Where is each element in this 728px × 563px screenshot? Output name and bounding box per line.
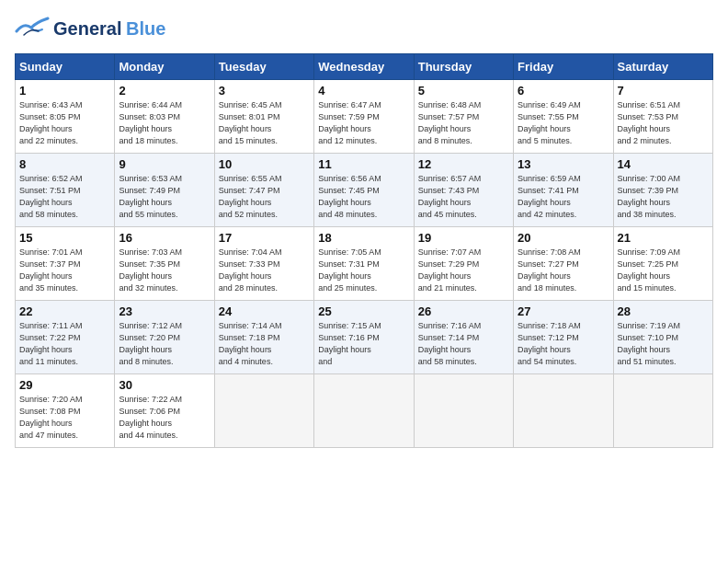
page-header: General Blue bbox=[15, 15, 713, 42]
cell-info: Sunrise: 7:18 AMSunset: 7:12 PMDaylight … bbox=[518, 320, 609, 368]
calendar-cell bbox=[414, 374, 513, 448]
cell-info: Sunrise: 7:04 AMSunset: 7:33 PMDaylight … bbox=[219, 247, 310, 294]
calendar-cell: 3Sunrise: 6:45 AMSunset: 8:01 PMDaylight… bbox=[214, 80, 313, 154]
cell-info: Sunrise: 6:59 AMSunset: 7:41 PMDaylight … bbox=[518, 173, 609, 221]
day-number: 24 bbox=[219, 304, 310, 318]
logo-blue: Blue bbox=[126, 18, 165, 39]
cell-info: Sunrise: 6:56 AMSunset: 7:45 PMDaylight … bbox=[318, 173, 409, 221]
calendar-cell: 26Sunrise: 7:16 AMSunset: 7:14 PMDayligh… bbox=[414, 301, 513, 374]
day-number: 5 bbox=[418, 84, 509, 98]
cell-info: Sunrise: 7:22 AMSunset: 7:06 PMDaylight … bbox=[119, 394, 210, 442]
calendar-week-row: 8Sunrise: 6:52 AMSunset: 7:51 PMDaylight… bbox=[16, 154, 713, 227]
day-number: 23 bbox=[119, 304, 210, 318]
cell-info: Sunrise: 7:08 AMSunset: 7:27 PMDaylight … bbox=[518, 247, 609, 294]
day-number: 13 bbox=[518, 157, 609, 171]
cell-info: Sunrise: 6:44 AMSunset: 8:03 PMDaylight … bbox=[119, 99, 210, 147]
calendar-cell: 1Sunrise: 6:43 AMSunset: 8:05 PMDaylight… bbox=[16, 80, 115, 154]
day-number: 17 bbox=[219, 231, 310, 245]
weekday-header-row: SundayMondayTuesdayWednesdayThursdayFrid… bbox=[16, 54, 713, 80]
day-number: 3 bbox=[219, 84, 310, 98]
day-number: 27 bbox=[518, 304, 609, 318]
cell-info: Sunrise: 7:11 AMSunset: 7:22 PMDaylight … bbox=[19, 320, 110, 368]
calendar-cell: 25Sunrise: 7:15 AMSunset: 7:16 PMDayligh… bbox=[314, 301, 414, 374]
day-number: 14 bbox=[618, 157, 709, 171]
day-number: 1 bbox=[19, 84, 110, 98]
calendar-cell: 22Sunrise: 7:11 AMSunset: 7:22 PMDayligh… bbox=[16, 301, 115, 374]
cell-info: Sunrise: 6:57 AMSunset: 7:43 PMDaylight … bbox=[418, 173, 509, 221]
calendar-cell: 14Sunrise: 7:00 AMSunset: 7:39 PMDayligh… bbox=[613, 154, 712, 227]
weekday-header-wednesday: Wednesday bbox=[314, 54, 414, 80]
day-number: 2 bbox=[119, 84, 210, 98]
cell-info: Sunrise: 7:09 AMSunset: 7:25 PMDaylight … bbox=[618, 247, 709, 294]
cell-info: Sunrise: 7:05 AMSunset: 7:31 PMDaylight … bbox=[318, 247, 409, 294]
cell-info: Sunrise: 7:01 AMSunset: 7:37 PMDaylight … bbox=[19, 247, 110, 294]
calendar-cell: 18Sunrise: 7:05 AMSunset: 7:31 PMDayligh… bbox=[314, 227, 414, 301]
calendar-cell: 15Sunrise: 7:01 AMSunset: 7:37 PMDayligh… bbox=[16, 227, 115, 301]
day-number: 28 bbox=[618, 304, 709, 318]
calendar-cell: 12Sunrise: 6:57 AMSunset: 7:43 PMDayligh… bbox=[414, 154, 513, 227]
day-number: 30 bbox=[119, 378, 210, 392]
cell-info: Sunrise: 6:53 AMSunset: 7:49 PMDaylight … bbox=[119, 173, 210, 221]
calendar-cell: 19Sunrise: 7:07 AMSunset: 7:29 PMDayligh… bbox=[414, 227, 513, 301]
calendar-cell bbox=[514, 374, 613, 448]
weekday-header-monday: Monday bbox=[115, 54, 214, 80]
cell-info: Sunrise: 6:49 AMSunset: 7:55 PMDaylight … bbox=[518, 99, 609, 147]
calendar-cell: 21Sunrise: 7:09 AMSunset: 7:25 PMDayligh… bbox=[613, 227, 712, 301]
calendar-cell: 8Sunrise: 6:52 AMSunset: 7:51 PMDaylight… bbox=[16, 154, 115, 227]
calendar-cell: 13Sunrise: 6:59 AMSunset: 7:41 PMDayligh… bbox=[514, 154, 613, 227]
day-number: 21 bbox=[618, 231, 709, 245]
calendar-table: SundayMondayTuesdayWednesdayThursdayFrid… bbox=[15, 53, 713, 448]
calendar-week-row: 15Sunrise: 7:01 AMSunset: 7:37 PMDayligh… bbox=[16, 227, 713, 301]
calendar-cell bbox=[214, 374, 313, 448]
day-number: 19 bbox=[418, 231, 509, 245]
calendar-cell: 20Sunrise: 7:08 AMSunset: 7:27 PMDayligh… bbox=[514, 227, 613, 301]
weekday-header-sunday: Sunday bbox=[16, 54, 115, 80]
logo-icon bbox=[15, 15, 50, 42]
day-number: 26 bbox=[418, 304, 509, 318]
cell-info: Sunrise: 7:12 AMSunset: 7:20 PMDaylight … bbox=[119, 320, 210, 368]
calendar-cell: 16Sunrise: 7:03 AMSunset: 7:35 PMDayligh… bbox=[115, 227, 214, 301]
calendar-cell: 9Sunrise: 6:53 AMSunset: 7:49 PMDaylight… bbox=[115, 154, 214, 227]
weekday-header-saturday: Saturday bbox=[613, 54, 712, 80]
day-number: 16 bbox=[119, 231, 210, 245]
calendar-week-row: 22Sunrise: 7:11 AMSunset: 7:22 PMDayligh… bbox=[16, 301, 713, 374]
cell-info: Sunrise: 7:16 AMSunset: 7:14 PMDaylight … bbox=[418, 320, 509, 368]
cell-info: Sunrise: 7:15 AMSunset: 7:16 PMDaylight … bbox=[318, 320, 409, 368]
cell-info: Sunrise: 6:45 AMSunset: 8:01 PMDaylight … bbox=[219, 99, 310, 147]
day-number: 29 bbox=[19, 378, 110, 392]
calendar-cell: 28Sunrise: 7:19 AMSunset: 7:10 PMDayligh… bbox=[613, 301, 712, 374]
cell-info: Sunrise: 6:55 AMSunset: 7:47 PMDaylight … bbox=[219, 173, 310, 221]
day-number: 4 bbox=[318, 84, 409, 98]
cell-info: Sunrise: 7:20 AMSunset: 7:08 PMDaylight … bbox=[19, 394, 110, 442]
calendar-cell bbox=[613, 374, 712, 448]
cell-info: Sunrise: 6:52 AMSunset: 7:51 PMDaylight … bbox=[19, 173, 110, 221]
cell-info: Sunrise: 6:43 AMSunset: 8:05 PMDaylight … bbox=[19, 99, 110, 147]
calendar-week-row: 29Sunrise: 7:20 AMSunset: 7:08 PMDayligh… bbox=[16, 374, 713, 448]
cell-info: Sunrise: 7:14 AMSunset: 7:18 PMDaylight … bbox=[219, 320, 310, 368]
cell-info: Sunrise: 7:00 AMSunset: 7:39 PMDaylight … bbox=[618, 173, 709, 221]
cell-info: Sunrise: 7:03 AMSunset: 7:35 PMDaylight … bbox=[119, 247, 210, 294]
calendar-cell: 17Sunrise: 7:04 AMSunset: 7:33 PMDayligh… bbox=[214, 227, 313, 301]
cell-info: Sunrise: 7:07 AMSunset: 7:29 PMDaylight … bbox=[418, 247, 509, 294]
weekday-header-thursday: Thursday bbox=[414, 54, 513, 80]
calendar-cell: 5Sunrise: 6:48 AMSunset: 7:57 PMDaylight… bbox=[414, 80, 513, 154]
day-number: 9 bbox=[119, 157, 210, 171]
day-number: 11 bbox=[318, 157, 409, 171]
calendar-cell: 7Sunrise: 6:51 AMSunset: 7:53 PMDaylight… bbox=[613, 80, 712, 154]
calendar-cell: 10Sunrise: 6:55 AMSunset: 7:47 PMDayligh… bbox=[214, 154, 313, 227]
day-number: 8 bbox=[19, 157, 110, 171]
cell-info: Sunrise: 7:19 AMSunset: 7:10 PMDaylight … bbox=[618, 320, 709, 368]
calendar-cell: 2Sunrise: 6:44 AMSunset: 8:03 PMDaylight… bbox=[115, 80, 214, 154]
calendar-cell: 4Sunrise: 6:47 AMSunset: 7:59 PMDaylight… bbox=[314, 80, 414, 154]
calendar-cell: 27Sunrise: 7:18 AMSunset: 7:12 PMDayligh… bbox=[514, 301, 613, 374]
weekday-header-tuesday: Tuesday bbox=[214, 54, 313, 80]
calendar-cell: 24Sunrise: 7:14 AMSunset: 7:18 PMDayligh… bbox=[214, 301, 313, 374]
calendar-cell: 30Sunrise: 7:22 AMSunset: 7:06 PMDayligh… bbox=[115, 374, 214, 448]
day-number: 12 bbox=[418, 157, 509, 171]
day-number: 18 bbox=[318, 231, 409, 245]
calendar-week-row: 1Sunrise: 6:43 AMSunset: 8:05 PMDaylight… bbox=[16, 80, 713, 154]
cell-info: Sunrise: 6:48 AMSunset: 7:57 PMDaylight … bbox=[418, 99, 509, 147]
calendar-cell: 23Sunrise: 7:12 AMSunset: 7:20 PMDayligh… bbox=[115, 301, 214, 374]
calendar-cell: 29Sunrise: 7:20 AMSunset: 7:08 PMDayligh… bbox=[16, 374, 115, 448]
day-number: 7 bbox=[618, 84, 709, 98]
